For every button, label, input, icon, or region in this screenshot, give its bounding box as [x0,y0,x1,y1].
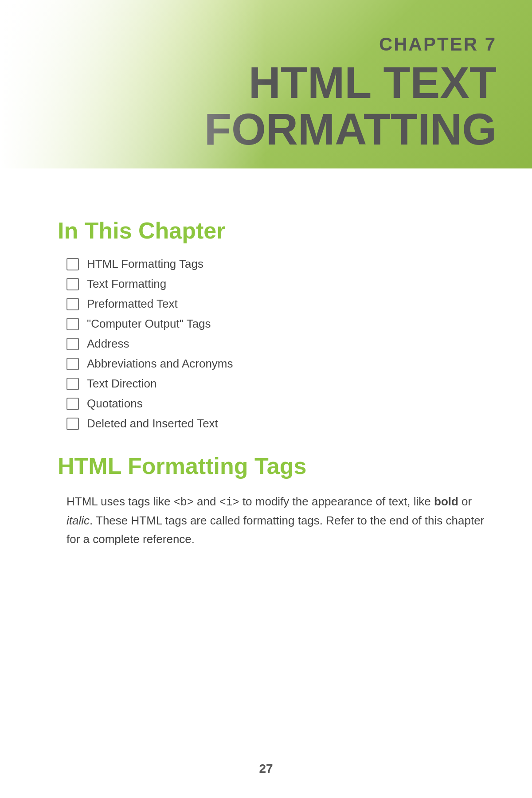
chapter-title-line1: HTML TEXT [249,58,497,107]
code-b-tag: <b> [174,496,194,509]
list-item: Abbreviations and Acronyms [66,357,497,371]
list-item: Text Direction [66,377,497,391]
list-item: HTML Formatting Tags [66,257,497,271]
bold-example: bold [434,495,458,508]
checkbox-icon [66,358,79,370]
checkbox-icon [66,398,79,410]
list-item-label: Text Formatting [87,277,166,291]
checkbox-icon [66,418,79,430]
checkbox-icon [66,278,79,290]
list-item-label: Text Direction [87,377,157,391]
checkbox-icon [66,258,79,270]
html-formatting-tags-content: HTML uses tags like <b> and <i> to modif… [58,493,497,548]
checkbox-icon [66,318,79,330]
chapter-list: HTML Formatting Tags Text Formatting Pre… [58,257,497,430]
in-this-chapter-heading: In This Chapter [58,217,497,244]
list-item: Preformatted Text [66,297,497,311]
chapter-title: HTML TEXT FORMATTING [204,59,497,153]
checkbox-icon [66,298,79,310]
italic-example: italic [66,514,90,527]
list-item: Text Formatting [66,277,497,291]
chapter-title-line2: FORMATTING [204,104,497,154]
chapter-label: CHAPTER 7 [379,34,497,55]
list-item: Quotations [66,397,497,411]
list-item: "Computer Output" Tags [66,317,497,331]
list-item-label: Preformatted Text [87,297,178,311]
list-item-label: "Computer Output" Tags [87,317,211,331]
list-item-label: Abbreviations and Acronyms [87,357,233,371]
list-item-label: Address [87,337,129,351]
code-i-tag: <i> [219,496,239,509]
list-item: Address [66,337,497,351]
list-item-label: Deleted and Inserted Text [87,417,218,430]
checkbox-icon [66,378,79,390]
chapter-header: CHAPTER 7 HTML TEXT FORMATTING [0,0,532,168]
html-formatting-tags-heading: HTML Formatting Tags [58,453,497,479]
page-number: 27 [259,762,273,776]
main-content: In This Chapter HTML Formatting Tags Tex… [0,168,532,575]
list-item-label: Quotations [87,397,143,411]
list-item: Deleted and Inserted Text [66,417,497,430]
checkbox-icon [66,338,79,350]
list-item-label: HTML Formatting Tags [87,257,203,271]
